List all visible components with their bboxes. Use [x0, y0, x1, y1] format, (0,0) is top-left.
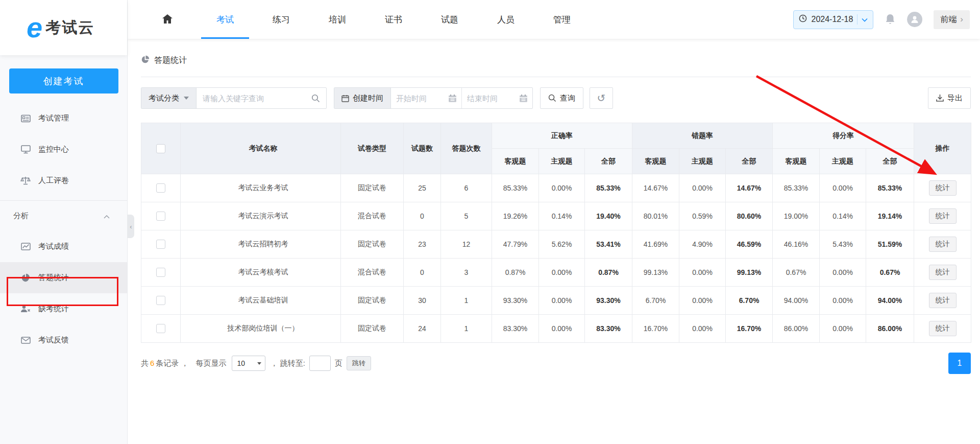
- tab-personnel[interactable]: 人员: [478, 0, 534, 39]
- row-checkbox[interactable]: [156, 268, 165, 277]
- rate-value-cell: 0.67%: [773, 259, 820, 287]
- user-absent-icon: [20, 305, 31, 314]
- rate-value-cell: 19.14%: [866, 202, 914, 230]
- row-checkbox[interactable]: [156, 212, 165, 221]
- category-dropdown[interactable]: 考试分类: [141, 88, 197, 108]
- statistics-button[interactable]: 统计: [929, 293, 957, 308]
- tab-label: 考试: [216, 14, 234, 26]
- sidebar-item-label: 监控中心: [38, 145, 69, 154]
- statistics-button[interactable]: 统计: [929, 237, 957, 252]
- line-chart-icon: [20, 242, 31, 251]
- rate-value-cell: 0.00%: [820, 259, 866, 287]
- rate-value-cell: 0.00%: [679, 259, 726, 287]
- query-button-label: 查询: [560, 94, 575, 103]
- rate-value-cell: 51.59%: [866, 230, 914, 259]
- sidebar-section-analysis[interactable]: 分析: [0, 200, 127, 231]
- per-page-select[interactable]: 10: [232, 356, 265, 371]
- statistics-button[interactable]: 统计: [929, 180, 957, 196]
- paper-type-cell: 混合试卷: [341, 259, 404, 287]
- pie-chart-icon: [20, 273, 31, 283]
- statistics-button[interactable]: 统计: [929, 208, 957, 224]
- search-icon[interactable]: [311, 88, 326, 108]
- page-1-button[interactable]: 1: [948, 353, 971, 374]
- sidebar-item-exam-feedback[interactable]: 考试反馈: [0, 324, 127, 356]
- section-label: 分析: [13, 211, 29, 221]
- rate-value-cell: 0.14%: [820, 202, 866, 230]
- rate-value-cell: 93.30%: [585, 287, 632, 315]
- exam-name-cell: 考试云考核考试: [181, 259, 341, 287]
- jump-page-input[interactable]: [309, 356, 331, 371]
- monitor-icon: [20, 145, 31, 154]
- subheader-objective: 客观题: [773, 149, 820, 174]
- divider: [141, 77, 971, 77]
- rate-value-cell: 85.33%: [773, 174, 820, 202]
- filter-bar: 考试分类 创建时间 查询: [141, 87, 971, 109]
- tab-management[interactable]: 管理: [534, 0, 590, 39]
- jump-button[interactable]: 跳转: [347, 356, 371, 370]
- pie-chart-icon: [141, 55, 150, 66]
- sidebar-item-label: 考试成绩: [38, 242, 69, 251]
- tab-practice[interactable]: 练习: [253, 0, 309, 39]
- user-avatar[interactable]: [907, 12, 922, 27]
- statistics-button[interactable]: 统计: [929, 321, 957, 336]
- page-unit-label: 页: [335, 359, 342, 368]
- tab-exam[interactable]: 考试: [197, 0, 253, 39]
- page-title-text: 答题统计: [154, 55, 187, 66]
- column-group-wrong-rate: 错题率: [632, 123, 773, 149]
- sidebar-item-answer-statistics[interactable]: 答题统计: [0, 262, 127, 293]
- column-header-operation: 操作: [914, 123, 971, 174]
- notification-bell-icon[interactable]: [885, 13, 896, 26]
- sidebar-item-exam-scores[interactable]: 考试成绩: [0, 231, 127, 262]
- end-date-input[interactable]: [462, 88, 519, 108]
- answer-times-cell: 1: [441, 315, 492, 343]
- paper-type-cell: 混合试卷: [341, 202, 404, 230]
- refresh-button[interactable]: ↺: [590, 87, 613, 109]
- sidebar-item-manual-grading[interactable]: 人工评卷: [0, 165, 127, 196]
- calendar-icon[interactable]: [519, 88, 532, 108]
- keyword-search-group: 考试分类: [141, 87, 327, 109]
- select-all-checkbox[interactable]: [156, 144, 165, 153]
- divider: [857, 14, 857, 25]
- rate-value-cell: 14.67%: [726, 174, 773, 202]
- rate-value-cell: 0.14%: [539, 202, 585, 230]
- row-checkbox[interactable]: [156, 183, 165, 193]
- tab-questions[interactable]: 试题: [422, 0, 478, 39]
- sidebar-item-monitor-center[interactable]: 监控中心: [0, 134, 127, 165]
- create-exam-button[interactable]: 创建考试: [9, 68, 118, 94]
- statistics-button[interactable]: 统计: [929, 265, 957, 280]
- total-count: 6: [149, 359, 156, 367]
- tab-certificate[interactable]: 证书: [365, 0, 422, 39]
- rate-value-cell: 80.60%: [726, 202, 773, 230]
- row-checkbox[interactable]: [156, 240, 165, 249]
- date-selector[interactable]: 2024-12-18: [793, 10, 873, 29]
- row-checkbox[interactable]: [156, 296, 165, 305]
- rate-value-cell: 99.13%: [632, 259, 679, 287]
- rate-value-cell: 0.00%: [820, 287, 866, 315]
- question-count-cell: 30: [404, 287, 441, 315]
- subheader-all: 全部: [726, 149, 773, 174]
- statistics-table: 考试名称 试卷类型 试题数 答题次数 正确率 错题率 得分率 操作 客观题 主观…: [141, 123, 971, 343]
- start-date-input[interactable]: [391, 88, 448, 108]
- query-button[interactable]: 查询: [540, 87, 583, 109]
- sidebar-collapse-handle[interactable]: ‹: [128, 215, 134, 238]
- row-checkbox[interactable]: [156, 324, 165, 333]
- sidebar-item-exam-manage[interactable]: 考试管理: [0, 103, 127, 134]
- exam-card-icon: [20, 114, 31, 123]
- column-header-paper-type: 试卷类型: [341, 123, 404, 174]
- category-label: 考试分类: [149, 94, 179, 103]
- rate-value-cell: 83.30%: [492, 315, 539, 343]
- sidebar-item-absent-statistics[interactable]: 缺考统计: [0, 293, 127, 324]
- logo-text: 考试云: [45, 17, 94, 38]
- calendar-icon[interactable]: [448, 88, 461, 108]
- app-logo: e 考试云: [0, 0, 127, 55]
- export-button[interactable]: 导出: [928, 87, 971, 109]
- topbar-right: 2024-12-18 前端 ›: [793, 0, 970, 39]
- tab-training[interactable]: 培训: [309, 0, 365, 39]
- date-range-group: 创建时间: [334, 87, 533, 109]
- home-tab[interactable]: [155, 0, 180, 39]
- table-row: 考试云演示考试混合试卷0519.26%0.14%19.40%80.01%0.59…: [141, 202, 971, 230]
- user-role-button[interactable]: 前端 ›: [934, 10, 970, 29]
- rate-value-cell: 94.00%: [773, 287, 820, 315]
- paper-type-cell: 固定试卷: [341, 315, 404, 343]
- keyword-input[interactable]: [197, 88, 311, 108]
